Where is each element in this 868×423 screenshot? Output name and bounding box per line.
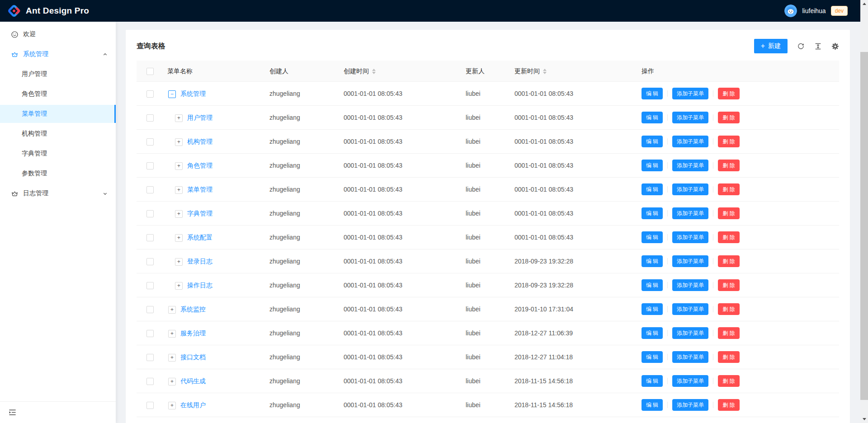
row-checkbox[interactable] [146,90,154,98]
edit-button[interactable]: 编 辑 [642,327,663,339]
add-child-button[interactable]: 添加子菜单 [672,399,708,411]
sidebar-item-log-management[interactable]: 日志管理 [0,184,116,202]
edit-button[interactable]: 编 辑 [642,351,663,363]
edit-button[interactable]: 编 辑 [642,88,663,99]
add-child-button[interactable]: 添加子菜单 [672,183,708,195]
menu-name-link[interactable]: 系统管理 [180,90,206,97]
delete-button[interactable]: 删 除 [718,183,739,195]
edit-button[interactable]: 编 辑 [642,231,663,243]
expand-row-icon[interactable]: + [168,378,176,385]
edit-button[interactable]: 编 辑 [642,183,663,195]
delete-button[interactable]: 删 除 [718,279,739,291]
delete-button[interactable]: 删 除 [718,327,739,339]
add-child-button[interactable]: 添加子菜单 [672,303,708,315]
menu-name-link[interactable]: 用户管理 [187,114,212,121]
collapse-row-icon[interactable]: − [168,90,176,98]
edit-button[interactable]: 编 辑 [642,303,663,315]
add-child-button[interactable]: 添加子菜单 [672,136,708,147]
add-child-button[interactable]: 添加子菜单 [672,160,708,171]
sidebar-item-menu-management[interactable]: 菜单管理 [0,105,116,123]
edit-button[interactable]: 编 辑 [642,207,663,219]
row-checkbox[interactable] [146,138,154,146]
column-height-icon[interactable] [814,42,822,50]
delete-button[interactable]: 删 除 [718,375,739,387]
sidebar-item-dict-management[interactable]: 字典管理 [0,145,116,163]
edit-button[interactable]: 编 辑 [642,255,663,267]
add-child-button[interactable]: 添加子菜单 [672,231,708,243]
delete-button[interactable]: 删 除 [718,231,739,243]
expand-row-icon[interactable]: + [175,234,183,242]
brand[interactable]: Ant Design Pro [7,4,89,18]
expand-row-icon[interactable]: + [175,162,183,170]
column-header-update-time[interactable]: 更新时间 [511,61,638,82]
menu-name-link[interactable]: 登录日志 [187,258,212,265]
menu-fold-icon[interactable] [8,408,17,417]
expand-row-icon[interactable]: + [175,210,183,218]
expand-row-icon[interactable]: + [168,330,176,338]
sort-carets-icon[interactable] [372,69,376,74]
edit-button[interactable]: 编 辑 [642,112,663,123]
expand-row-icon[interactable]: + [175,258,183,266]
row-checkbox[interactable] [146,330,154,337]
delete-button[interactable]: 删 除 [718,112,739,123]
settings-gear-icon[interactable] [831,42,839,50]
row-checkbox[interactable] [146,114,154,122]
user-area[interactable]: liufeihua dev [784,5,848,17]
scrollbar-down-arrow[interactable] [860,415,868,423]
sidebar-item-welcome[interactable]: 欢迎 [0,25,116,43]
select-all-checkbox[interactable] [146,68,154,75]
vertical-scrollbar[interactable] [860,0,868,423]
menu-name-link[interactable]: 代码生成 [180,377,206,385]
row-checkbox[interactable] [146,378,154,385]
edit-button[interactable]: 编 辑 [642,399,663,411]
add-child-button[interactable]: 添加子菜单 [672,255,708,267]
menu-name-link[interactable]: 操作日志 [187,282,212,289]
delete-button[interactable]: 删 除 [718,160,739,171]
column-header-create-time[interactable]: 创建时间 [340,61,462,82]
menu-name-link[interactable]: 服务治理 [180,329,206,337]
edit-button[interactable]: 编 辑 [642,160,663,171]
add-child-button[interactable]: 添加子菜单 [672,279,708,291]
menu-name-link[interactable]: 机构管理 [187,138,212,145]
row-checkbox[interactable] [146,354,154,361]
expand-row-icon[interactable]: + [168,402,176,409]
sidebar-item-role-management[interactable]: 角色管理 [0,85,116,103]
edit-button[interactable]: 编 辑 [642,375,663,387]
row-checkbox[interactable] [146,258,154,265]
menu-name-link[interactable]: 接口文档 [180,353,206,361]
row-checkbox[interactable] [146,234,154,241]
add-child-button[interactable]: 添加子菜单 [672,88,708,99]
delete-button[interactable]: 删 除 [718,136,739,147]
row-checkbox[interactable] [146,186,154,193]
reload-icon[interactable] [797,42,805,50]
edit-button[interactable]: 编 辑 [642,279,663,291]
menu-name-link[interactable]: 角色管理 [187,162,212,169]
delete-button[interactable]: 删 除 [718,207,739,219]
sidebar-item-system-management[interactable]: 系统管理 [0,45,116,63]
menu-name-link[interactable]: 菜单管理 [187,186,212,193]
add-child-button[interactable]: 添加子菜单 [672,375,708,387]
expand-row-icon[interactable]: + [175,114,183,122]
expand-row-icon[interactable]: + [168,306,176,314]
sidebar-item-param-management[interactable]: 参数管理 [0,164,116,183]
expand-row-icon[interactable]: + [175,138,183,146]
delete-button[interactable]: 删 除 [718,303,739,315]
sidebar-item-user-management[interactable]: 用户管理 [0,65,116,83]
new-button[interactable]: + 新建 [754,39,788,53]
sidebar-item-org-management[interactable]: 机构管理 [0,125,116,143]
user-avatar[interactable] [784,5,797,17]
delete-button[interactable]: 删 除 [718,399,739,411]
delete-button[interactable]: 删 除 [718,255,739,267]
edit-button[interactable]: 编 辑 [642,136,663,147]
menu-name-link[interactable]: 字典管理 [187,210,212,217]
row-checkbox[interactable] [146,402,154,409]
add-child-button[interactable]: 添加子菜单 [672,112,708,123]
expand-row-icon[interactable]: + [168,354,176,362]
sort-carets-icon[interactable] [543,69,547,74]
row-checkbox[interactable] [146,210,154,217]
add-child-button[interactable]: 添加子菜单 [672,351,708,363]
row-checkbox[interactable] [146,306,154,313]
add-child-button[interactable]: 添加子菜单 [672,207,708,219]
expand-row-icon[interactable]: + [175,186,183,194]
row-checkbox[interactable] [146,282,154,289]
